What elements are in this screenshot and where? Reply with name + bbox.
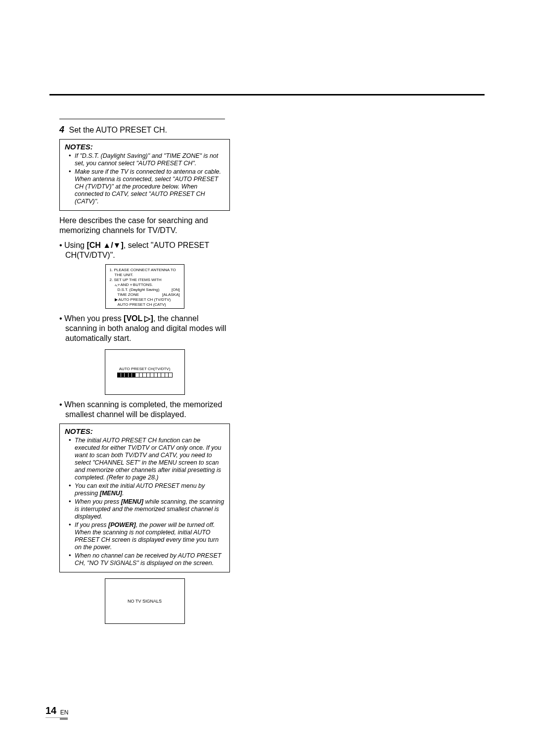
page-lang: EN (60, 709, 69, 716)
text: You can exit the initial AUTO PRESET men… (75, 482, 205, 497)
text: . (122, 490, 124, 497)
note-item: When you press [MENU] while scanning, th… (71, 498, 224, 520)
osd-text: NO TV SIGNALS (128, 599, 162, 604)
footer-tick (60, 718, 68, 720)
note-item: If you press [POWER], the power will be … (71, 521, 224, 551)
notes-box-1: NOTES: If "D.S.T. (Daylight Saving)" and… (59, 139, 230, 211)
bullet-item: When scanning is completed, the memorize… (65, 400, 230, 420)
bullet-item: When you press [VOL ▷], the channel scan… (65, 314, 230, 343)
notes-title: NOTES: (65, 142, 224, 151)
note-item: You can exit the initial AUTO PRESET men… (71, 482, 224, 497)
text: When you press (75, 498, 121, 505)
notes-list: The initial AUTO PRESET CH function can … (65, 437, 224, 567)
note-item: If "D.S.T. (Daylight Saving)" and "TIME … (71, 152, 224, 167)
osd-screen-nosignal: NO TV SIGNALS (105, 578, 185, 624)
text: If you press (75, 521, 108, 528)
button-ref: [VOL ▷] (124, 314, 153, 323)
manual-page: 4 Set the AUTO PRESET CH. NOTES: If "D.S… (0, 0, 534, 756)
button-ref: [MENU] (121, 498, 143, 505)
osd-title: AUTO PRESET CH(TV/DTV) (119, 367, 171, 371)
notes-box-2: NOTES: The initial AUTO PRESET CH functi… (59, 424, 230, 572)
notes-title: NOTES: (65, 427, 224, 435)
osd-row: D.S.T. (Daylight Saving) [ON] (110, 287, 180, 292)
page-number: 14 EN (45, 705, 67, 716)
left-column: 4 Set the AUTO PRESET CH. NOTES: If "D.S… (59, 117, 230, 629)
button-ref: [CH ▲/▼] (87, 241, 123, 249)
osd-row: TIME ZONE [ALASKA] (110, 292, 180, 297)
button-ref: [POWER] (108, 521, 136, 528)
osd-value: [ALASKA] (162, 292, 180, 297)
osd-screen-progress: AUTO PRESET CH(TV/DTV) (105, 349, 185, 395)
osd-line: ▵,▿ AND ▿ BUTTONS. (110, 283, 180, 287)
osd-value: [ON] (172, 287, 179, 292)
osd-line: 2. SET UP THE ITEMS WITH (110, 278, 180, 283)
notes-list: If "D.S.T. (Daylight Saving)" and "TIME … (65, 152, 224, 205)
button-ref: [MENU] (100, 490, 122, 497)
text: When you press (64, 314, 124, 323)
step-number: 4 (59, 125, 64, 135)
step-4-line: 4 Set the AUTO PRESET CH. (59, 125, 230, 135)
osd-line: 1. PLEASE CONNECT ANTENNA TO (110, 268, 180, 273)
text: Using (64, 241, 87, 249)
paragraph: Here describes the case for searching an… (59, 216, 230, 236)
bullet-item: Using [CH ▲/▼], select "AUTO PRESET CH(T… (65, 240, 230, 260)
osd-line: THE UNIT. (110, 273, 180, 278)
header-rule (49, 94, 485, 95)
step-text: Set the AUTO PRESET CH. (69, 126, 167, 134)
note-item: When no channel can be received by AUTO … (71, 552, 224, 567)
progress-bar (117, 373, 173, 378)
osd-line: ▶ AUTO PRESET CH (TV/DTV) (110, 297, 180, 302)
note-item: Make sure if the TV is connected to ante… (71, 168, 224, 205)
osd-line: AUTO PRESET CH (CATV) (110, 302, 180, 307)
osd-label: TIME ZONE (118, 292, 139, 297)
note-item: The initial AUTO PRESET CH function can … (71, 437, 224, 481)
osd-screen-setup: 1. PLEASE CONNECT ANTENNA TO THE UNIT. 2… (105, 264, 184, 309)
page-number-value: 14 (45, 705, 56, 716)
progress-segments (118, 373, 172, 377)
osd-label: D.S.T. (Daylight Saving) (118, 287, 160, 292)
